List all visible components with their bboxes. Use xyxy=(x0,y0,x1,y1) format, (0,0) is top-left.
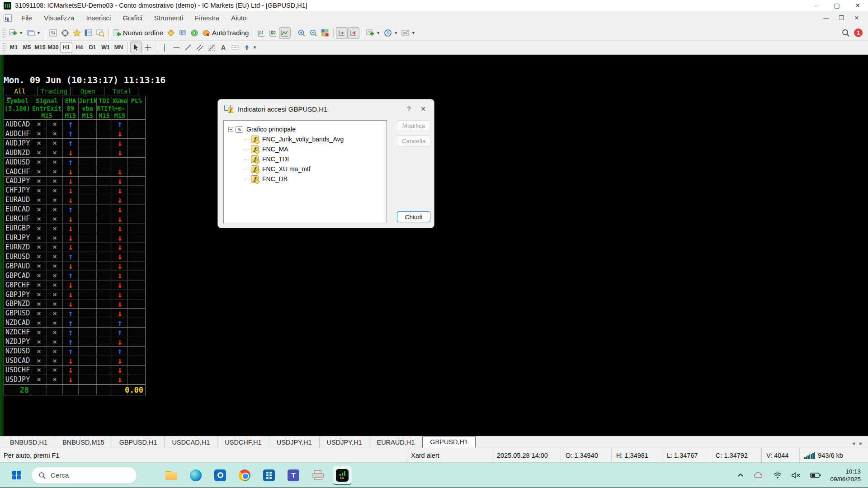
tree-root-item[interactable]: ∿ Grafico principale xyxy=(226,124,384,134)
exit-close-icon[interactable]: × xyxy=(47,281,63,290)
entry-close-icon[interactable]: × xyxy=(31,139,47,148)
entry-close-icon[interactable]: × xyxy=(31,233,47,242)
chart-tab[interactable]: USDJPY,H1 xyxy=(269,437,320,448)
menu-item-inserisci[interactable]: Inserisci xyxy=(80,11,117,25)
chart-tab[interactable]: GBPUSD,H1 xyxy=(112,437,165,448)
tree-collapse-icon[interactable] xyxy=(228,127,233,132)
outlook-icon[interactable] xyxy=(211,466,230,485)
entry-close-icon[interactable]: × xyxy=(31,309,47,318)
entry-close-icon[interactable]: × xyxy=(31,158,47,167)
timeframe-m1[interactable]: M1 xyxy=(8,42,20,53)
chart-area[interactable]: Mon. 09 Jun (10:13:17) 11:13:16 AllTradi… xyxy=(0,55,868,436)
timeframe-m5[interactable]: M5 xyxy=(21,42,33,53)
exit-close-icon[interactable]: × xyxy=(47,375,63,384)
entry-close-icon[interactable]: × xyxy=(31,328,47,337)
signals-button[interactable] xyxy=(189,27,200,39)
chart-tab[interactable]: EURAUD,H1 xyxy=(369,437,422,448)
exit-close-icon[interactable]: × xyxy=(47,300,63,309)
entry-close-icon[interactable]: × xyxy=(31,224,47,233)
exit-close-icon[interactable]: × xyxy=(47,337,63,346)
modifica-button[interactable]: Modifica xyxy=(397,120,430,131)
indicators-button[interactable]: ▼ xyxy=(364,27,382,39)
start-button[interactable] xyxy=(6,465,26,485)
entry-close-icon[interactable]: × xyxy=(31,186,47,195)
volume-muted-icon[interactable] xyxy=(791,472,801,479)
exit-close-icon[interactable]: × xyxy=(47,214,63,223)
tile-windows-button[interactable] xyxy=(319,27,331,39)
child-close-button[interactable]: ✕ xyxy=(850,14,863,21)
mql5-community-button[interactable] xyxy=(177,27,189,39)
profiles-button[interactable]: ▼ xyxy=(25,27,42,39)
exit-close-icon[interactable]: × xyxy=(47,318,63,327)
entry-close-icon[interactable]: × xyxy=(31,300,47,309)
data-window-button[interactable] xyxy=(59,27,71,39)
exit-close-icon[interactable]: × xyxy=(47,186,63,195)
metatrader-taskbar-icon[interactable]: IC xyxy=(333,466,352,485)
metaeditor-button[interactable] xyxy=(165,27,177,39)
exit-close-icon[interactable]: × xyxy=(47,129,63,138)
exit-close-icon[interactable]: × xyxy=(47,347,63,356)
chart-shift-button[interactable] xyxy=(348,27,359,39)
fibonacci-tool[interactable] xyxy=(206,42,217,53)
exit-close-icon[interactable]: × xyxy=(47,356,63,365)
entry-close-icon[interactable]: × xyxy=(31,262,47,271)
toolbar-grip[interactable] xyxy=(2,42,6,52)
timeframe-mn[interactable]: MN xyxy=(113,42,125,53)
exit-close-icon[interactable]: × xyxy=(47,139,63,148)
chart-tab[interactable]: BNBUSD,M15 xyxy=(55,437,112,448)
indicator-item[interactable]: ƒFNC_XU ma_mtf xyxy=(226,164,384,174)
close-button[interactable]: ✕ xyxy=(847,0,868,11)
tray-chevron-icon[interactable] xyxy=(737,472,744,479)
dialog-help-button[interactable]: ? xyxy=(407,105,410,113)
entry-close-icon[interactable]: × xyxy=(31,214,47,223)
entry-close-icon[interactable]: × xyxy=(31,366,47,375)
zoom-in-button[interactable] xyxy=(296,27,307,39)
exit-close-icon[interactable]: × xyxy=(47,177,63,186)
toolbar-grip[interactable] xyxy=(2,28,6,38)
notification-badge[interactable]: 1 xyxy=(854,28,863,37)
cursor-tool-button[interactable] xyxy=(130,42,142,53)
entry-close-icon[interactable]: × xyxy=(31,252,47,261)
exit-close-icon[interactable]: × xyxy=(47,271,63,280)
exit-close-icon[interactable]: × xyxy=(47,167,63,176)
strategy-tester-button[interactable] xyxy=(94,27,106,39)
horizontal-line-tool[interactable]: — xyxy=(170,42,182,53)
entry-close-icon[interactable]: × xyxy=(31,177,47,186)
teams-icon[interactable]: T xyxy=(284,466,303,485)
menu-item-aiuto[interactable]: Aiuto xyxy=(225,11,252,25)
indicators-tree[interactable]: ∿ Grafico principale ƒFNC_Jurik_volty_ba… xyxy=(223,120,387,223)
auto-scroll-button[interactable] xyxy=(336,27,348,39)
file-explorer-icon[interactable] xyxy=(162,466,181,485)
indicator-item[interactable]: ƒFNC_Jurik_volty_bands_Avg xyxy=(226,134,384,144)
child-minimize-button[interactable]: — xyxy=(819,14,833,21)
vertical-line-tool[interactable]: | xyxy=(159,42,170,53)
new-order-button[interactable]: Nuovo ordine xyxy=(111,27,165,39)
menu-item-visualizza[interactable]: Visualizza xyxy=(38,11,80,25)
calculator-icon[interactable] xyxy=(259,466,278,485)
taskbar-clock[interactable]: 10:13 09/06/2025 xyxy=(830,468,861,483)
wifi-icon[interactable] xyxy=(773,472,782,479)
exit-close-icon[interactable]: × xyxy=(47,290,63,299)
entry-close-icon[interactable]: × xyxy=(31,356,47,365)
entry-close-icon[interactable]: × xyxy=(31,337,47,346)
entry-close-icon[interactable]: × xyxy=(31,129,47,138)
search-icon[interactable] xyxy=(841,29,849,37)
timeframe-w1[interactable]: W1 xyxy=(99,42,112,53)
timeframe-h4[interactable]: H4 xyxy=(73,42,85,53)
market-watch-button[interactable] xyxy=(47,27,59,39)
chart-tab[interactable]: USDCAD,H1 xyxy=(165,437,217,448)
dialog-titlebar[interactable]: ƒ Indicatori accesi GBPUSD,H1 ? ✕ xyxy=(218,99,434,118)
dialog-close-button[interactable]: ✕ xyxy=(420,105,426,113)
text-tool[interactable]: A xyxy=(217,42,229,53)
timeframe-d1[interactable]: D1 xyxy=(86,42,99,53)
exit-close-icon[interactable]: × xyxy=(47,233,63,242)
entry-close-icon[interactable]: × xyxy=(31,281,47,290)
exit-close-icon[interactable]: × xyxy=(47,262,63,271)
exit-close-icon[interactable]: × xyxy=(47,252,63,261)
indicator-item[interactable]: ƒFNC_MA xyxy=(226,144,384,154)
menu-item-grafici[interactable]: Grafici xyxy=(117,11,148,25)
child-restore-button[interactable]: ❐ xyxy=(835,14,848,21)
chart-tab[interactable]: USDCHF,H1 xyxy=(217,437,269,448)
exit-close-icon[interactable]: × xyxy=(47,309,63,318)
exit-close-icon[interactable]: × xyxy=(47,328,63,337)
